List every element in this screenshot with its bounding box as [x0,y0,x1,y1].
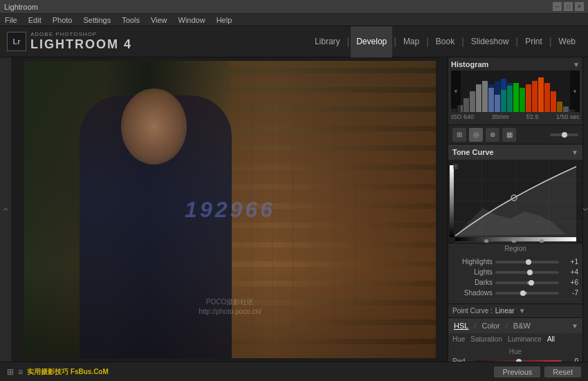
highlights-slider[interactable] [495,261,559,263]
point-curve-value: Linear [495,307,515,315]
svg-rect-3 [470,91,475,112]
crop-tool[interactable]: ⊞ [452,128,466,142]
hsl-subtab-hue[interactable]: Hue [452,335,465,343]
left-arrow-icon: ‹ [0,207,12,211]
lr-badge: Lr [7,32,26,51]
minimize-button[interactable]: ─ [553,2,562,11]
darks-slider[interactable] [495,281,559,284]
svg-rect-16 [551,91,556,112]
highlights-label: Highlights [452,258,493,266]
svg-rect-18 [563,106,569,112]
iso-value: ISO 640 [451,113,474,120]
hsl-subtab-all[interactable]: All [547,335,555,343]
svg-rect-21 [495,81,500,112]
svg-rect-20 [488,84,494,112]
adobe-label: ADOBE PHOTOSHOP [30,31,132,37]
tone-curve-header[interactable]: Tone Curve ▼ [448,145,582,160]
nav-map[interactable]: Map [398,26,425,57]
menu-settings[interactable]: Settings [81,16,113,24]
graduated-filter-tool[interactable]: ▦ [502,128,516,142]
lights-row: Lights +4 [452,268,578,276]
hsl-section: HSL / Color / B&W ▼ Hue Saturation Lumin… [448,317,582,362]
svg-rect-13 [532,81,538,112]
grid-icon[interactable]: ≡ [18,367,23,377]
nav-web[interactable]: Web [553,26,581,57]
reset-button[interactable]: Reset [544,366,581,378]
menu-view[interactable]: View [149,16,169,24]
histogram-header: Histogram ▼ [451,60,580,68]
left-panel-toggle[interactable]: ‹ [0,57,12,362]
exposure-slider[interactable] [550,133,578,136]
previous-button[interactable]: Previous [494,366,540,378]
darks-value: +6 [562,279,578,286]
menu-photo[interactable]: Photo [50,16,75,24]
nav-slideshow[interactable]: Slideshow [466,26,515,57]
shadows-slider[interactable] [495,292,559,295]
hsl-tab-bw[interactable]: B&W [512,322,532,330]
left-gradient-bar [450,165,454,237]
histogram-section: Histogram ▼ [448,57,582,125]
region-label: Region [448,245,582,252]
darks-label: Darks [452,279,493,286]
menu-edit[interactable]: Edit [26,16,44,24]
histogram-chart [451,71,580,112]
highlight-clip-indicator: ▼ [570,71,580,112]
curve-fill-area [455,167,576,243]
hsl-tab-group: HSL / Color / B&W [452,322,532,330]
hsl-subtab-luminance[interactable]: Luminance [508,335,542,343]
svg-rect-14 [538,77,544,112]
sliders-section: Highlights +1 Lights +4 Darks [448,254,582,304]
spot-removal-tool[interactable]: ◎ [469,128,483,142]
red-eye-tool[interactable]: ⊕ [486,128,499,142]
menu-help[interactable]: Help [214,16,235,24]
tone-curve-chart [448,160,582,243]
menu-bar: File Edit Photo Settings Tools View Wind… [0,14,588,26]
aperture-value: f/2.5 [526,113,539,120]
main-content: ‹ 192966 POCO摄影社区 http://photo.poco.cn/ [0,57,588,362]
svg-rect-23 [507,83,513,112]
point-curve-arrow[interactable]: ▼ [519,307,526,315]
photo-container: 192966 POCO摄影社区 http://photo.poco.cn/ [24,61,436,358]
nav-book[interactable]: Book [430,26,460,57]
histogram-title: Histogram [451,60,488,68]
hsl-hue-section-label: Hue [452,348,578,355]
maximize-button[interactable]: □ [564,2,573,11]
curve-expand-icon[interactable]: ⊞ [452,162,458,170]
hsl-subtab-saturation[interactable]: Saturation [470,335,502,343]
poco-watermark: POCO摄影社区 http://photo.poco.cn/ [199,297,261,317]
histogram-arrow-icon[interactable]: ▼ [573,61,580,68]
nav-develop[interactable]: Develop [351,26,392,57]
logo-area: Lr ADOBE PHOTOSHOP LIGHTROOM 4 [7,31,132,52]
lights-label: Lights [452,268,493,276]
lights-slider[interactable] [495,271,559,274]
highlights-value: +1 [562,258,578,266]
right-panel-toggle[interactable]: › [582,57,588,362]
hsl-tab-hsl[interactable]: HSL [452,322,470,330]
svg-rect-2 [463,98,469,112]
menu-file[interactable]: File [3,16,19,24]
hsl-tab-color[interactable]: Color [480,322,501,330]
nav-print[interactable]: Print [520,26,548,57]
window-controls: ─ □ ✕ [553,2,584,11]
watermark-bottom: 实用摄影技巧 FsBus.CoM [27,367,109,377]
close-button[interactable]: ✕ [575,2,584,11]
hsl-content: Hue Red 0 Orange [448,345,582,362]
camera-info: ISO 640 35mm f/2.5 1/50 sec [451,112,580,122]
hsl-arrow-icon[interactable]: ▼ [571,322,578,330]
svg-rect-17 [557,102,562,112]
tool-strip: ⊞ ◎ ⊕ ▦ [448,125,582,145]
hsl-hue-label-row: Hue [452,348,578,355]
svg-rect-5 [482,81,488,112]
filmstrip-icon[interactable]: ⊞ [7,367,14,377]
tone-curve-section: Tone Curve ▼ [448,145,582,243]
title-text: Lightroom [4,3,553,11]
photo-area: 192966 POCO摄影社区 http://photo.poco.cn/ [12,57,448,362]
app-title: LIGHTROOM 4 [30,37,132,52]
menu-tools[interactable]: Tools [120,16,142,24]
nav-library[interactable]: Library [309,26,346,57]
svg-rect-22 [501,79,506,112]
menu-window[interactable]: Window [176,16,208,24]
nav-links: Library | Develop | Map | Book | Slidesh… [309,26,581,57]
curve-canvas[interactable]: ⊞ [448,160,582,243]
focal-value: 35mm [492,113,509,120]
